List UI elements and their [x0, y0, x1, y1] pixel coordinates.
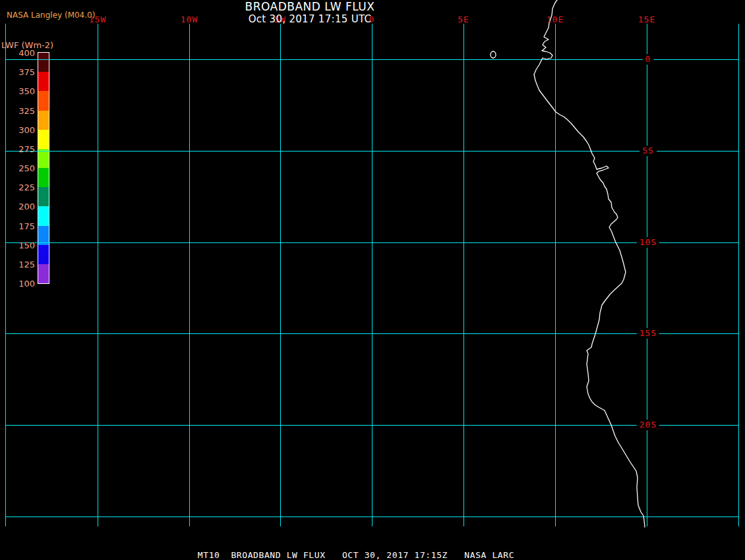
colorbar-tick-label: 100 — [8, 279, 35, 289]
longitude-label: 10E — [547, 15, 564, 24]
page-title: BROADBAND LW FLUX — [185, 1, 435, 13]
latitude-label: 0 — [643, 54, 654, 65]
colorbar-tick-label: 225 — [8, 183, 35, 192]
colorbar-tick-label: 325 — [8, 107, 35, 116]
colorbar-tick-label: 150 — [8, 241, 35, 250]
colorbar-title: LWF (Wm-2) — [1, 40, 53, 50]
colorbar-tick-label: 350 — [8, 87, 35, 96]
latitude-label: 20S — [637, 420, 659, 430]
footer-caption: MT10 BROADBAND LW FLUX OCT 30, 2017 17:1… — [0, 550, 712, 560]
coastline — [534, 0, 645, 527]
map-header: BROADBAND LW FLUX Oct 30, 2017 17:15 UTC — [185, 1, 435, 25]
latitude-label: 15S — [637, 328, 659, 339]
colorbar-tick-label: 275 — [8, 145, 35, 154]
island-outline — [491, 51, 496, 58]
longitude-label: 15E — [638, 15, 655, 24]
longitude-label: 5E — [458, 15, 469, 24]
latitude-label: 10S — [637, 237, 659, 248]
latitude-label: 5S — [640, 146, 657, 156]
colorbar-tick-label: 400 — [8, 49, 35, 58]
lw-flux-map-screen: NASA Langley (M04.0) BROADBAND LW FLUX O… — [0, 0, 745, 560]
colorbar-tick-label: 200 — [8, 202, 35, 211]
colorbar-tick-label: 125 — [8, 260, 35, 269]
colorbar-tick-label: 300 — [8, 126, 35, 135]
colorbar-tick-label: 175 — [8, 222, 35, 231]
timestamp: Oct 30, 2017 17:15 UTC — [185, 13, 435, 25]
colorbar-tick-label: 375 — [8, 68, 35, 77]
colorbar-tick-label: 250 — [8, 164, 35, 173]
nasa-credit: NASA Langley (M04.0) — [7, 11, 95, 20]
map-canvas — [0, 0, 745, 560]
